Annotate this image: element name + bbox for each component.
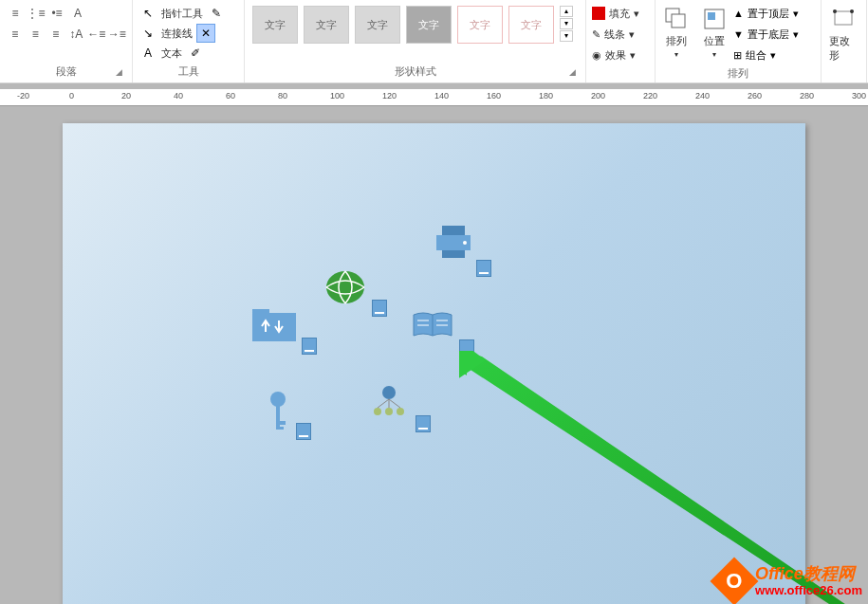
ruler-tick: 120: [382, 91, 397, 101]
position-button[interactable]: 位置▾: [699, 2, 729, 64]
pointer-tool-icon[interactable]: ↖: [139, 4, 157, 23]
ruler-tick: 60: [226, 91, 235, 101]
svg-point-23: [382, 386, 396, 399]
watermark-url: www.office26.com: [755, 584, 862, 597]
page[interactable]: [63, 123, 805, 604]
shape-printer[interactable]: [434, 226, 472, 263]
shape-preset-2[interactable]: 文字: [304, 6, 349, 44]
svg-rect-1: [672, 14, 685, 27]
ruler-tick: -20: [17, 91, 29, 101]
svg-rect-3: [708, 12, 715, 20]
align-left-icon[interactable]: ≡: [6, 4, 25, 23]
shape-server-5[interactable]: [296, 423, 311, 440]
send-back-icon: ▼: [733, 28, 744, 40]
group-label-paragraph: 段落 ◢: [6, 63, 126, 81]
group-label-shape-styles: 形状样式 ◢: [250, 63, 580, 81]
align-right-icon[interactable]: ≡: [46, 25, 65, 44]
ruler-tick: 80: [278, 91, 287, 101]
align-center-icon[interactable]: ≡: [27, 25, 46, 44]
shape-preset-1[interactable]: 文字: [252, 6, 298, 44]
arrange-button[interactable]: 排列▾: [661, 2, 692, 64]
ruler-area: -20 0 20 40 60 80 100 120 140 160 180 20…: [0, 83, 868, 106]
shape-network[interactable]: [370, 385, 408, 420]
shape-server-4[interactable]: [459, 339, 474, 357]
shape-preset-4[interactable]: 文字: [406, 6, 452, 44]
bring-front-button[interactable]: ▲ 置于顶层▾: [733, 4, 799, 23]
horizontal-ruler[interactable]: -20 0 20 40 60 80 100 120 140 160 180 20…: [0, 89, 868, 106]
watermark-title: Office教程网: [755, 565, 862, 584]
svg-rect-20: [276, 405, 280, 430]
line-button[interactable]: ✎ 线条▾: [592, 25, 649, 44]
fill-button[interactable]: 填充▾: [592, 4, 649, 23]
group-fill: 填充▾ ✎ 线条▾ ◉ 效果▾: [586, 0, 655, 82]
canvas-area[interactable]: [0, 106, 868, 604]
ribbon: ≡ ⋮≡ •≡ A ≡ ≡ ≡ ↕A ←≡ →≡ 段落 ◢ ↖ 指针工具: [0, 0, 868, 83]
shape-server-3[interactable]: [302, 338, 317, 355]
numbered-list-icon[interactable]: ⋮≡: [27, 4, 46, 23]
svg-rect-13: [252, 309, 269, 317]
shape-key[interactable]: [268, 391, 288, 435]
shape-book[interactable]: [412, 311, 453, 342]
group-arrange: 排列▾ 位置▾ ▲ 置于顶层▾ ▼ 置于底层▾: [655, 0, 822, 82]
shape-server-2[interactable]: [372, 300, 387, 317]
ruler-tick: 280: [800, 91, 814, 101]
shape-styles-launcher-icon[interactable]: ◢: [566, 67, 578, 79]
group-paragraph: ≡ ⋮≡ •≡ A ≡ ≡ ≡ ↕A ←≡ →≡ 段落 ◢: [0, 0, 133, 82]
ruler-tick: 0: [69, 91, 74, 101]
text-tool-icon[interactable]: A: [139, 44, 157, 63]
effect-button[interactable]: ◉ 效果▾: [592, 46, 649, 64]
group-icon: ⊞: [733, 49, 742, 62]
line-spacing-icon[interactable]: ↕A: [67, 25, 86, 44]
ruler-tick: 20: [121, 91, 131, 101]
shape-preset-3[interactable]: 文字: [355, 6, 400, 44]
svg-point-25: [385, 408, 393, 415]
indent-decrease-icon[interactable]: ←≡: [87, 25, 106, 44]
ruler-tick: 180: [539, 91, 553, 101]
format-painter-icon[interactable]: ✎: [207, 4, 226, 23]
group-label-arrange: 排列: [661, 64, 815, 82]
ruler-tick: 40: [174, 91, 183, 101]
connector-tool-icon[interactable]: ↘: [139, 24, 157, 43]
ruler-tick: 260: [748, 91, 762, 101]
close-tool-icon[interactable]: ✕: [196, 24, 215, 43]
line-icon: ✎: [592, 28, 600, 41]
group-tools: ↖ 指针工具 ✎ ↘ 连接线 ✕ A 文本 ✐ 工具: [133, 0, 245, 82]
bullet-list-icon[interactable]: •≡: [47, 4, 66, 23]
svg-point-5: [833, 9, 837, 13]
group-shape-styles: 文字 文字 文字 文字 文字 文字 ▴▾▾ 形状样式 ◢: [245, 0, 586, 82]
svg-point-10: [463, 241, 467, 245]
align-left-icon[interactable]: ≡: [6, 25, 25, 44]
shape-preset-6[interactable]: 文字: [508, 6, 554, 44]
ruler-tick: 160: [487, 91, 501, 101]
bring-front-icon: ▲: [733, 8, 744, 19]
arrange-icon: [663, 6, 690, 32]
shape-globe[interactable]: [324, 269, 366, 308]
effect-icon: ◉: [592, 49, 601, 62]
connector-tool-label: 连接线: [161, 27, 193, 41]
svg-line-29: [389, 399, 400, 408]
edit-shape-button[interactable]: 更改形: [827, 2, 860, 81]
shape-server-1[interactable]: [476, 260, 491, 277]
svg-point-24: [374, 408, 381, 415]
shape-preset-5[interactable]: 文字: [457, 6, 503, 44]
shape-folder[interactable]: [252, 309, 296, 344]
text-tool-label: 文本: [161, 46, 182, 61]
send-back-button[interactable]: ▼ 置于底层▾: [733, 25, 799, 44]
watermark: O Office教程网 www.office26.com: [717, 564, 862, 598]
svg-rect-9: [442, 250, 465, 258]
group-label-tools: 工具: [139, 63, 238, 81]
paragraph-launcher-icon[interactable]: ◢: [113, 67, 124, 79]
svg-point-6: [850, 9, 854, 13]
gallery-more-icon[interactable]: ▴▾▾: [560, 6, 573, 42]
font-size-icon[interactable]: A: [68, 4, 87, 23]
ruler-tick: 100: [330, 91, 344, 101]
shape-server-6[interactable]: [416, 415, 431, 432]
svg-point-19: [270, 392, 286, 407]
watermark-logo-icon: O: [711, 558, 759, 604]
svg-rect-22: [280, 427, 284, 430]
eyedropper-icon[interactable]: ✐: [186, 44, 205, 63]
ruler-tick: 220: [643, 91, 657, 101]
indent-increase-icon[interactable]: →≡: [108, 25, 127, 44]
group-button[interactable]: ⊞ 组合▾: [733, 46, 799, 64]
ruler-tick: 240: [695, 91, 710, 101]
